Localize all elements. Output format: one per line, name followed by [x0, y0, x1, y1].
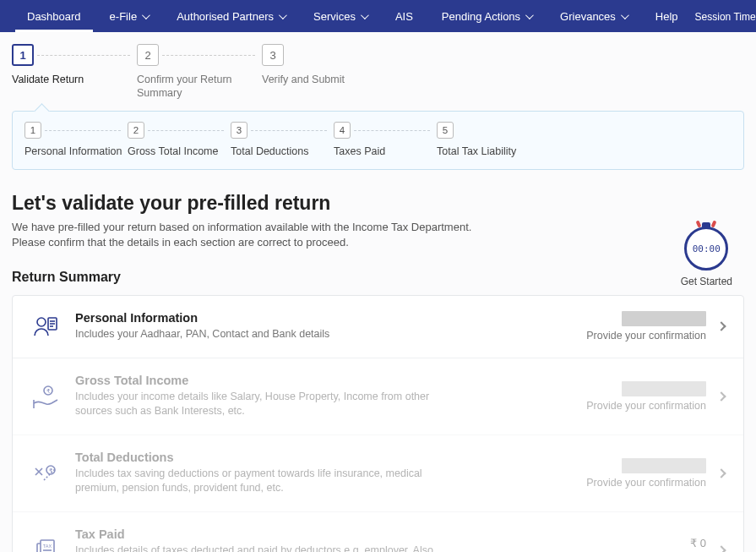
top-nav: Dashboarde-FileAuthorised PartnersServic…: [0, 0, 756, 32]
substep-4[interactable]: 4Taxes Paid: [334, 122, 438, 157]
substeps-panel: 1Personal Information2Gross Total Income…: [12, 111, 744, 170]
card-description: Includes tax saving deductions or paymen…: [75, 467, 464, 496]
svg-text:₹: ₹: [46, 388, 51, 394]
page-title: Let's validate your pre-filled return: [12, 192, 744, 215]
card-title: Gross Total Income: [75, 374, 579, 387]
nav-grievances[interactable]: Grievances: [548, 0, 639, 32]
summary-card-total-deductions[interactable]: ₹Total DeductionsIncludes tax saving ded…: [13, 435, 743, 512]
amount-masked: [622, 311, 706, 326]
card-title: Total Deductions: [75, 451, 579, 464]
nav-authorised-partners[interactable]: Authorised Partners: [165, 0, 296, 32]
summary-card-gross-total-income[interactable]: ₹Gross Total IncomeIncludes your income …: [13, 358, 743, 435]
page-subtitle: We have pre-filled your return based on …: [12, 220, 485, 252]
nav-e-file[interactable]: e-File: [98, 0, 160, 32]
confirm-label: Provide your confirmation: [586, 330, 706, 342]
card-title: Personal Information: [75, 311, 579, 325]
confirm-label: Provide your confirmation: [586, 477, 706, 489]
timer-widget[interactable]: 00:00 Get Started: [681, 227, 732, 287]
confirm-label: Provide your confirmation: [586, 400, 706, 412]
substep-5[interactable]: 5Total Tax Liability: [437, 122, 541, 157]
stopwatch-icon: 00:00: [684, 227, 728, 271]
amount-value: ₹ 0: [690, 537, 706, 549]
section-title: Return Summary: [12, 270, 744, 285]
card-description: Includes your income details like Salary…: [75, 390, 464, 419]
chevron-right-icon: [716, 545, 726, 552]
card-description: Includes details of taxes deducted and p…: [75, 544, 464, 552]
nav-pending-actions[interactable]: Pending Actions: [430, 0, 543, 32]
wizard-step-2[interactable]: 2Confirm your Return Summary: [137, 44, 264, 101]
summary-cards: Personal InformationIncludes your Aadhaa…: [12, 295, 744, 552]
svg-point-0: [37, 318, 46, 326]
wizard-step-3[interactable]: 3Verify and Submit: [262, 44, 389, 86]
chevron-right-icon: [716, 391, 726, 401]
chevron-right-icon: [716, 322, 726, 331]
substep-2[interactable]: 2Gross Total Income: [128, 122, 232, 157]
wizard-step-1[interactable]: 1Validate Return: [12, 44, 139, 86]
svg-text:TAX: TAX: [43, 544, 52, 549]
nav-services[interactable]: Services: [302, 0, 378, 32]
summary-card-tax-paid[interactable]: TAXTax PaidIncludes details of taxes ded…: [13, 512, 743, 552]
nav-ais[interactable]: AIS: [383, 0, 425, 32]
card-description: Includes your Aadhaar, PAN, Contact and …: [75, 327, 464, 342]
person-card-icon: [31, 312, 60, 341]
session-time: Session Time1 3 :: [695, 9, 756, 23]
amount-masked: [622, 381, 706, 396]
substep-1[interactable]: 1Personal Information: [24, 122, 129, 157]
nav-dashboard[interactable]: Dashboard: [15, 0, 93, 32]
summary-card-personal-information[interactable]: Personal InformationIncludes your Aadhaa…: [13, 296, 743, 358]
card-title: Tax Paid: [75, 527, 579, 541]
amount-masked: [622, 458, 706, 473]
timer-label: Get Started: [681, 276, 732, 287]
timer-display: 00:00: [693, 243, 721, 254]
substep-3[interactable]: 3Total Deductions: [231, 122, 335, 157]
income-hand-icon: ₹: [31, 382, 60, 411]
deductions-icon: ₹: [31, 459, 60, 488]
nav-help[interactable]: Help: [644, 0, 690, 32]
wizard-steps: 1Validate Return2Confirm your Return Sum…: [12, 44, 744, 101]
tax-paid-icon: TAX: [31, 536, 60, 552]
chevron-right-icon: [716, 468, 726, 478]
